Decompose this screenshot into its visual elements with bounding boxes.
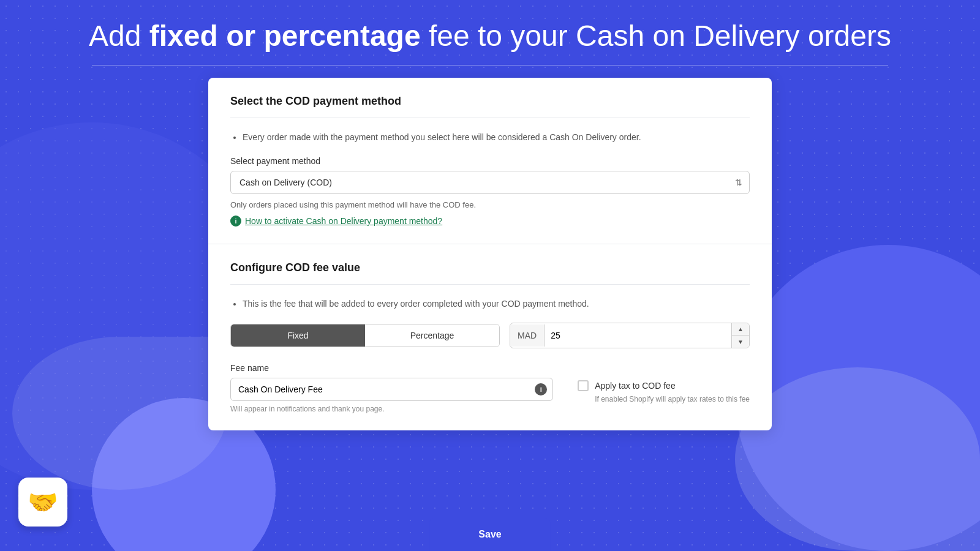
spin-down-button[interactable]: ▼ — [732, 335, 749, 348]
percentage-toggle-button[interactable]: Percentage — [365, 324, 499, 347]
payment-method-select-wrapper: Cash on Delivery (COD) Manual Bank Trans… — [230, 171, 750, 194]
main-card: Select the COD payment method Every orde… — [208, 78, 772, 431]
cod-payment-title: Select the COD payment method — [230, 95, 750, 108]
payment-hint: Only orders placed using this payment me… — [230, 200, 750, 209]
cod-payment-bullet-1: Every order made with the payment method… — [243, 130, 750, 144]
tax-description: If enabled Shopify will apply tax rates … — [595, 395, 750, 403]
fee-name-column: Fee name i Will appear in notifications … — [230, 363, 553, 413]
fee-name-input[interactable] — [230, 378, 553, 401]
fee-name-row: Fee name i Will appear in notifications … — [230, 363, 750, 413]
bottom-area: Save — [429, 518, 550, 551]
tax-column: Apply tax to COD fee If enabled Shopify … — [578, 363, 750, 403]
cod-fee-bullet-1: This is the fee that will be added to ev… — [243, 297, 750, 310]
page-header: Add fixed or percentage fee to your Cash… — [0, 0, 980, 78]
fee-name-hint: Will appear in notifications and thank y… — [230, 405, 553, 413]
tax-row: Apply tax to COD fee — [578, 380, 750, 391]
currency-value-input[interactable] — [545, 324, 731, 347]
app-icon: 🤝 — [18, 478, 67, 527]
currency-spinners: ▲ ▼ — [731, 323, 749, 348]
header-divider — [92, 65, 888, 66]
info-icon: i — [230, 216, 241, 227]
fixed-toggle-button[interactable]: Fixed — [231, 324, 365, 347]
cod-payment-section: Select the COD payment method Every orde… — [208, 78, 772, 244]
cod-fee-title: Configure COD fee value — [230, 261, 750, 274]
save-button[interactable]: Save — [429, 518, 550, 551]
fee-name-info-icon[interactable]: i — [535, 383, 547, 395]
currency-input-wrapper: MAD ▲ ▼ — [510, 323, 750, 348]
activation-link[interactable]: i How to activate Cash on Delivery payme… — [230, 216, 750, 227]
cod-fee-section: Configure COD fee value This is the fee … — [208, 244, 772, 430]
app-icon-emoji: 🤝 — [28, 488, 58, 517]
fee-name-input-wrapper: i — [230, 378, 553, 401]
cod-fee-bullets: This is the fee that will be added to ev… — [230, 297, 750, 310]
spin-up-button[interactable]: ▲ — [732, 323, 749, 335]
fee-type-toggle: Fixed Percentage — [230, 324, 500, 347]
currency-code-label: MAD — [510, 324, 545, 347]
payment-method-select[interactable]: Cash on Delivery (COD) Manual Bank Trans… — [230, 171, 750, 194]
tax-checkbox[interactable] — [578, 380, 589, 391]
section2-divider — [230, 284, 750, 285]
payment-method-label: Select payment method — [230, 156, 750, 166]
cod-payment-bullets: Every order made with the payment method… — [230, 130, 750, 144]
fee-name-label: Fee name — [230, 363, 553, 373]
section1-divider — [230, 118, 750, 118]
page-title: Add fixed or percentage fee to your Cash… — [37, 18, 943, 54]
tax-label: Apply tax to COD fee — [595, 381, 676, 391]
fee-controls: Fixed Percentage MAD ▲ ▼ — [230, 323, 750, 348]
